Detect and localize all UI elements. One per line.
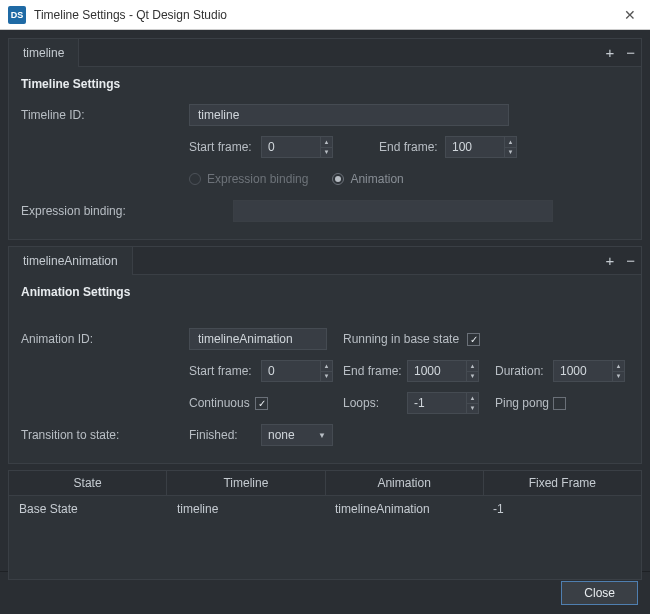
dialog-body: timeline + − Timeline Settings Timeline … <box>0 30 650 571</box>
col-state: State <box>9 471 167 495</box>
timeline-tabs: timeline + − <box>9 39 641 67</box>
timeline-remove-button[interactable]: − <box>620 44 641 61</box>
animation-id-label: Animation ID: <box>21 332 189 346</box>
col-animation: Animation <box>326 471 484 495</box>
col-fixed-frame: Fixed Frame <box>484 471 641 495</box>
animation-section-title: Animation Settings <box>21 285 629 299</box>
timeline-start-frame-input[interactable] <box>261 136 321 158</box>
animation-radio[interactable] <box>332 173 344 185</box>
timeline-section-title: Timeline Settings <box>21 77 629 91</box>
start-frame-label: Start frame: <box>189 140 261 154</box>
timeline-add-button[interactable]: + <box>599 44 620 61</box>
anim-start-frame-label: Start frame: <box>189 364 261 378</box>
state-table: State Timeline Animation Fixed Frame Bas… <box>8 470 642 580</box>
window-close-button[interactable]: ✕ <box>618 7 642 23</box>
close-button[interactable]: Close <box>561 581 638 605</box>
animation-remove-button[interactable]: − <box>620 252 641 269</box>
anim-start-frame-input[interactable] <box>261 360 321 382</box>
title-bar: DS Timeline Settings - Qt Design Studio … <box>0 0 650 30</box>
anim-end-frame-input[interactable] <box>407 360 467 382</box>
finished-select-value: none <box>268 428 295 442</box>
timeline-tab[interactable]: timeline <box>9 39 79 67</box>
animation-id-input[interactable] <box>189 328 327 350</box>
animation-tab[interactable]: timelineAnimation <box>9 247 133 275</box>
chevron-down-icon: ▼ <box>318 431 326 440</box>
animation-radio-label: Animation <box>350 172 403 186</box>
expression-binding-label: Expression binding: <box>21 204 189 218</box>
spinner-buttons[interactable]: ▲▼ <box>321 360 333 382</box>
spinner-buttons[interactable]: ▲▼ <box>613 360 625 382</box>
end-frame-label: End frame: <box>379 140 445 154</box>
expression-binding-radio[interactable] <box>189 173 201 185</box>
anim-end-frame-label: End frame: <box>343 364 407 378</box>
spinner-buttons[interactable]: ▲▼ <box>505 136 517 158</box>
duration-input[interactable] <box>553 360 613 382</box>
spinner-buttons[interactable]: ▲▼ <box>321 136 333 158</box>
cell-timeline: timeline <box>167 496 325 522</box>
spinner-buttons[interactable]: ▲▼ <box>467 360 479 382</box>
duration-label: Duration: <box>495 364 553 378</box>
window-title: Timeline Settings - Qt Design Studio <box>34 8 618 22</box>
table-row[interactable]: Base State timeline timelineAnimation -1 <box>9 496 641 522</box>
continuous-label: Continuous <box>189 396 255 410</box>
finished-select[interactable]: none ▼ <box>261 424 333 446</box>
pingpong-checkbox[interactable] <box>553 397 566 410</box>
col-timeline: Timeline <box>167 471 325 495</box>
timeline-panel: timeline + − Timeline Settings Timeline … <box>8 38 642 240</box>
spinner-buttons[interactable]: ▲▼ <box>467 392 479 414</box>
app-icon: DS <box>8 6 26 24</box>
pingpong-label: Ping pong <box>495 396 553 410</box>
animation-tabs: timelineAnimation + − <box>9 247 641 275</box>
running-base-state-label: Running in base state <box>343 332 459 346</box>
timeline-id-label: Timeline ID: <box>21 108 189 122</box>
expression-binding-radio-label: Expression binding <box>207 172 308 186</box>
cell-state: Base State <box>9 496 167 522</box>
cell-fixed: -1 <box>483 496 641 522</box>
continuous-checkbox[interactable]: ✓ <box>255 397 268 410</box>
animation-panel: timelineAnimation + − Animation Settings… <box>8 246 642 464</box>
finished-label: Finished: <box>189 428 261 442</box>
cell-animation: timelineAnimation <box>325 496 483 522</box>
table-header: State Timeline Animation Fixed Frame <box>9 471 641 496</box>
transition-to-state-label: Transition to state: <box>21 428 189 442</box>
running-base-state-checkbox[interactable]: ✓ <box>467 333 480 346</box>
expression-binding-field[interactable] <box>233 200 553 222</box>
timeline-end-frame-input[interactable] <box>445 136 505 158</box>
loops-label: Loops: <box>343 396 407 410</box>
loops-input[interactable] <box>407 392 467 414</box>
timeline-id-input[interactable] <box>189 104 509 126</box>
animation-add-button[interactable]: + <box>599 252 620 269</box>
